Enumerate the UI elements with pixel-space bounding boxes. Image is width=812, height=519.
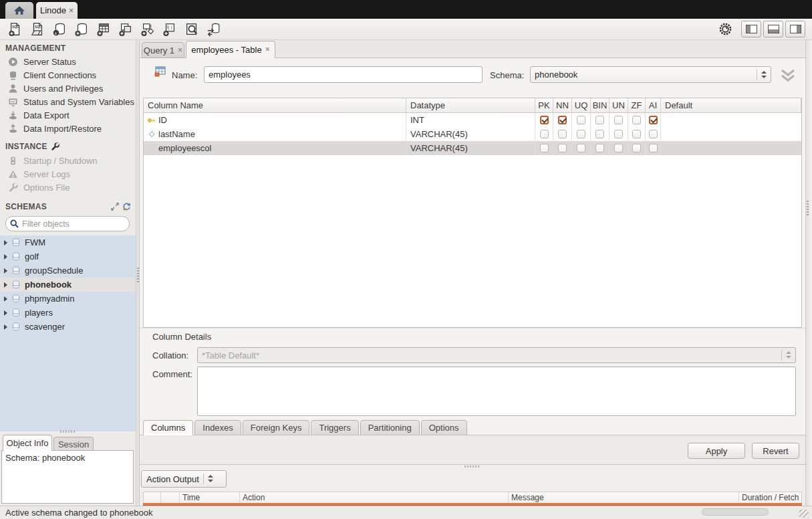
expander-icon[interactable] bbox=[4, 268, 7, 274]
un-checkbox[interactable] bbox=[614, 116, 623, 124]
sidebar-item-users-privileges[interactable]: Users and Privileges bbox=[0, 82, 136, 95]
ai-checkbox[interactable] bbox=[649, 116, 658, 124]
tab-employees-table[interactable]: employees - Table × bbox=[186, 41, 275, 58]
sidebar-item-server-logs[interactable]: Server Logs bbox=[0, 167, 136, 181]
new-sql-tab-button[interactable]: SQL bbox=[4, 21, 26, 38]
un-checkbox[interactable] bbox=[614, 144, 623, 152]
table-name-input[interactable] bbox=[204, 66, 483, 83]
tab-options[interactable]: Options bbox=[421, 420, 467, 435]
expander-icon[interactable] bbox=[4, 324, 7, 330]
bin-checkbox[interactable] bbox=[595, 116, 604, 124]
create-table-button[interactable] bbox=[92, 21, 114, 38]
sidebar-item-options-file[interactable]: Options File bbox=[0, 181, 136, 194]
toggle-right-panel-button[interactable] bbox=[785, 21, 805, 37]
pk-checkbox[interactable] bbox=[540, 144, 549, 152]
expand-schemas-icon[interactable] bbox=[111, 203, 119, 211]
table-row[interactable]: employeescol VARCHAR(45) bbox=[144, 141, 801, 155]
un-checkbox[interactable] bbox=[614, 130, 623, 138]
collation-select[interactable]: *Table Default* bbox=[197, 347, 796, 363]
output-header-duration[interactable]: Duration / Fetch bbox=[739, 492, 801, 503]
header-zf[interactable]: ZF bbox=[628, 98, 646, 112]
sidebar-horizontal-splitter[interactable] bbox=[60, 430, 76, 433]
output-header-message[interactable]: Message bbox=[509, 492, 739, 503]
sidebar-item-status-system-variables[interactable]: Status and System Variables bbox=[0, 95, 136, 108]
sidebar-item-client-connections[interactable]: Client Connections bbox=[0, 68, 136, 82]
uq-checkbox[interactable] bbox=[577, 144, 585, 152]
expander-icon[interactable] bbox=[4, 296, 7, 302]
pk-checkbox[interactable] bbox=[540, 130, 549, 138]
open-sql-script-button[interactable]: SQL bbox=[26, 21, 48, 38]
header-un[interactable]: UN bbox=[610, 98, 628, 112]
sidebar-item-data-import[interactable]: Data Import/Restore bbox=[0, 122, 136, 135]
sidebar-item-server-status[interactable]: Server Status bbox=[0, 55, 136, 68]
close-icon[interactable]: × bbox=[69, 6, 74, 15]
close-icon[interactable]: × bbox=[265, 45, 270, 54]
horizontal-scrollbar-thumb[interactable] bbox=[702, 508, 769, 516]
header-uq[interactable]: UQ bbox=[572, 98, 591, 112]
output-header-time[interactable]: Time bbox=[180, 492, 240, 503]
uq-checkbox[interactable] bbox=[577, 116, 585, 124]
bin-checkbox[interactable] bbox=[595, 130, 604, 138]
zf-checkbox[interactable] bbox=[632, 116, 641, 124]
header-column-name[interactable]: Column Name bbox=[144, 98, 406, 112]
create-procedure-button[interactable] bbox=[136, 21, 158, 38]
output-header-action[interactable]: Action bbox=[240, 492, 509, 503]
nn-checkbox[interactable] bbox=[558, 144, 567, 152]
expander-icon[interactable] bbox=[4, 282, 7, 288]
refresh-schemas-icon[interactable] bbox=[122, 203, 131, 211]
header-nn[interactable]: NN bbox=[553, 98, 572, 112]
toggle-bottom-panel-button[interactable] bbox=[763, 21, 783, 37]
window-resize-grip[interactable] bbox=[799, 510, 809, 518]
zf-checkbox[interactable] bbox=[632, 130, 641, 138]
comment-textarea[interactable] bbox=[197, 367, 796, 416]
home-tab[interactable] bbox=[5, 2, 33, 19]
filter-objects-input[interactable] bbox=[22, 219, 116, 229]
preferences-button[interactable] bbox=[719, 23, 732, 35]
right-panel-splitter[interactable] bbox=[805, 40, 809, 506]
schema-select[interactable]: phonebook bbox=[530, 66, 771, 83]
tab-session[interactable]: Session bbox=[53, 437, 94, 451]
pk-checkbox[interactable] bbox=[540, 116, 549, 124]
apply-button[interactable]: Apply bbox=[688, 443, 745, 459]
db-info-button[interactable]: i bbox=[48, 21, 70, 38]
close-icon[interactable]: × bbox=[178, 45, 182, 55]
search-table-data-button[interactable] bbox=[180, 21, 202, 38]
zf-checkbox[interactable] bbox=[632, 144, 641, 152]
schema-item-phpmyadmin[interactable]: phpmyadmin bbox=[0, 292, 136, 306]
nn-checkbox[interactable] bbox=[558, 116, 567, 124]
tab-columns[interactable]: Columns bbox=[143, 420, 193, 435]
header-ai[interactable]: AI bbox=[646, 98, 661, 112]
connection-tab[interactable]: Linode × bbox=[36, 2, 78, 19]
tab-partitioning[interactable]: Partitioning bbox=[360, 420, 420, 435]
expander-icon[interactable] bbox=[4, 310, 7, 316]
uq-checkbox[interactable] bbox=[577, 130, 585, 138]
expander-icon[interactable] bbox=[4, 240, 7, 245]
sidebar-item-data-export[interactable]: Data Export bbox=[0, 108, 136, 122]
tab-object-info[interactable]: Object Info bbox=[3, 435, 52, 451]
output-type-select[interactable]: Action Output bbox=[141, 470, 227, 488]
sidebar-item-startup-shutdown[interactable]: Startup / Shutdown bbox=[0, 154, 136, 167]
revert-button[interactable]: Revert bbox=[752, 443, 799, 459]
tab-triggers[interactable]: Triggers bbox=[311, 420, 358, 435]
header-default[interactable]: Default bbox=[661, 98, 801, 112]
reconnect-dbms-button[interactable] bbox=[202, 21, 225, 38]
tab-foreign-keys[interactable]: Foreign Keys bbox=[243, 420, 310, 435]
ai-checkbox[interactable] bbox=[649, 144, 658, 152]
collapse-header-chevron-icon[interactable] bbox=[779, 69, 797, 82]
header-bin[interactable]: BIN bbox=[591, 98, 610, 112]
output-splitter-grip[interactable] bbox=[464, 465, 481, 468]
create-schema-button[interactable] bbox=[70, 21, 92, 38]
table-row[interactable]: ID INT bbox=[144, 113, 801, 127]
schema-item-phonebook[interactable]: phonebook bbox=[0, 278, 136, 292]
create-function-button[interactable]: () f bbox=[158, 21, 180, 38]
schema-item-fwm[interactable]: FWM bbox=[0, 235, 136, 249]
nn-checkbox[interactable] bbox=[558, 130, 567, 138]
create-view-button[interactable] bbox=[114, 21, 136, 38]
schema-item-players[interactable]: players bbox=[0, 306, 136, 320]
toggle-left-panel-button[interactable] bbox=[741, 21, 761, 37]
tab-indexes[interactable]: Indexes bbox=[194, 420, 241, 435]
ai-checkbox[interactable] bbox=[649, 130, 658, 138]
tab-query-1[interactable]: Query 1 × bbox=[142, 42, 184, 58]
header-pk[interactable]: PK bbox=[535, 98, 553, 112]
table-row[interactable]: lastName VARCHAR(45) bbox=[144, 127, 801, 141]
